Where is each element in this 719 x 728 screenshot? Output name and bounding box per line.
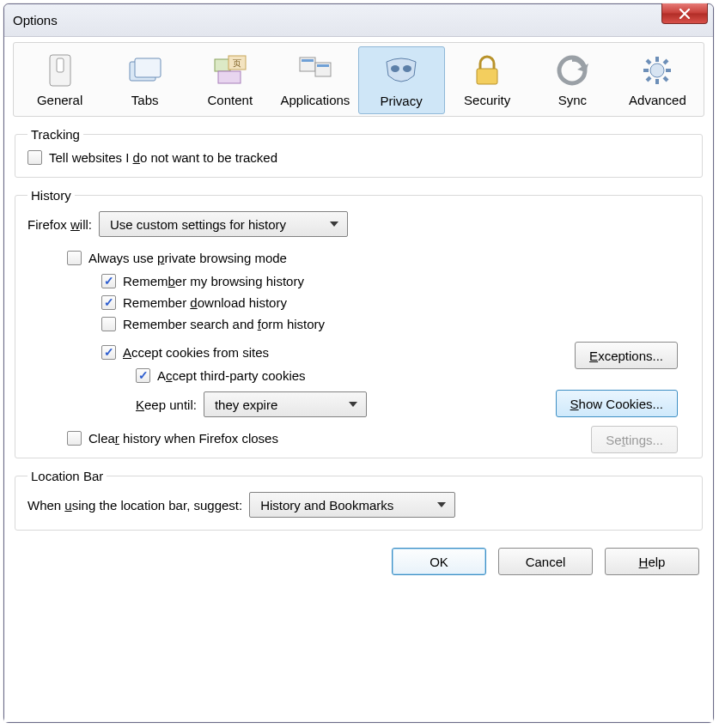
tab-content[interactable]: 页 Content <box>187 46 272 114</box>
folder-tabs-icon <box>126 52 164 89</box>
history-group: History Firefox will: Use custom setting… <box>15 188 703 458</box>
location-bar-group: Location Bar When using the location bar… <box>15 469 703 531</box>
tab-label: Security <box>464 93 510 107</box>
location-bar-value: History and Bookmarks <box>260 498 393 513</box>
show-cookies-button[interactable]: Show Cookies... <box>556 390 678 417</box>
history-mode-dropdown[interactable]: Use custom settings for history <box>99 211 348 237</box>
remember-browsing-checkbox[interactable] <box>101 274 116 288</box>
svg-rect-10 <box>302 59 314 62</box>
exceptions-button[interactable]: Exceptions... <box>575 342 678 369</box>
accept-third-party-label: Accept third-party cookies <box>157 368 306 383</box>
tell-sites-label: Tell websites I do not want to be tracke… <box>49 150 277 165</box>
svg-point-12 <box>391 65 399 72</box>
sync-icon <box>553 52 591 89</box>
options-dialog: Options General Tabs 页 Con <box>3 3 714 723</box>
tab-general[interactable]: General <box>17 46 102 114</box>
history-legend: History <box>27 188 75 203</box>
tab-label: Advanced <box>629 93 686 107</box>
help-button[interactable]: Help <box>605 548 699 575</box>
category-tabbar: General Tabs 页 Content Applications <box>13 42 704 117</box>
tab-security[interactable]: Security <box>445 46 530 114</box>
tab-label: General <box>37 93 82 107</box>
svg-point-16 <box>650 64 664 77</box>
tab-label: Privacy <box>380 94 422 108</box>
svg-line-21 <box>647 60 650 64</box>
lock-icon <box>468 52 506 89</box>
clear-on-close-checkbox[interactable] <box>67 431 82 446</box>
chevron-down-icon <box>349 402 357 407</box>
svg-text:页: 页 <box>233 58 241 68</box>
svg-rect-14 <box>477 69 497 84</box>
remember-download-label: Remember download history <box>123 295 287 310</box>
content-icon: 页 <box>211 52 249 89</box>
cancel-button[interactable]: Cancel <box>498 548 593 575</box>
keep-until-dropdown[interactable]: they expire <box>204 391 367 417</box>
tab-label: Content <box>208 93 253 107</box>
always-private-checkbox[interactable] <box>67 251 82 265</box>
close-icon <box>679 9 691 19</box>
chevron-down-icon <box>330 221 338 227</box>
tab-sync[interactable]: Sync <box>530 46 615 114</box>
tracking-legend: Tracking <box>27 127 83 142</box>
svg-line-23 <box>664 60 667 64</box>
clear-on-close-label: Clear history when Firefox closes <box>88 431 278 446</box>
svg-rect-3 <box>135 58 161 77</box>
window-title: Options <box>13 13 58 27</box>
svg-rect-1 <box>57 58 64 72</box>
tab-advanced[interactable]: Advanced <box>615 46 700 114</box>
tab-label: Applications <box>280 93 350 107</box>
close-button[interactable] <box>661 3 708 24</box>
always-private-label: Always use private browsing mode <box>88 251 287 265</box>
tracking-group: Tracking Tell websites I do not want to … <box>15 127 703 178</box>
tab-label: Sync <box>558 93 587 107</box>
titlebar: Options <box>4 4 713 37</box>
location-bar-legend: Location Bar <box>27 469 107 483</box>
ok-button[interactable]: OK <box>392 548 486 575</box>
keep-until-label: Keep until: <box>136 397 197 412</box>
tab-label: Tabs <box>131 93 159 107</box>
svg-rect-7 <box>218 71 241 83</box>
dialog-footer: OK Cancel Help <box>13 531 704 580</box>
keep-until-value: they expire <box>215 397 277 412</box>
svg-line-22 <box>664 77 667 81</box>
chevron-down-icon <box>437 502 446 507</box>
accept-cookies-checkbox[interactable] <box>101 345 116 360</box>
remember-browsing-label: Remember my browsing history <box>123 274 304 288</box>
location-bar-dropdown[interactable]: History and Bookmarks <box>249 492 455 518</box>
svg-point-13 <box>403 65 411 72</box>
mask-icon <box>382 52 420 90</box>
svg-rect-4 <box>215 59 230 71</box>
svg-line-24 <box>647 77 650 81</box>
switch-icon <box>41 52 79 89</box>
accept-third-party-checkbox[interactable] <box>136 368 150 383</box>
firefox-will-label: Firefox will: <box>27 217 92 232</box>
remember-download-checkbox[interactable] <box>101 295 116 310</box>
applications-icon <box>296 52 334 89</box>
accept-cookies-label: Accept cookies from sites <box>123 345 269 360</box>
tab-applications[interactable]: Applications <box>272 46 357 114</box>
svg-rect-11 <box>317 64 329 67</box>
remember-search-form-label: Remember search and form history <box>123 317 325 331</box>
tab-privacy[interactable]: Privacy <box>358 46 445 114</box>
tell-sites-checkbox[interactable] <box>27 150 42 165</box>
history-mode-value: Use custom settings for history <box>110 217 286 232</box>
location-bar-label: When using the location bar, suggest: <box>27 498 242 513</box>
gear-icon <box>638 52 676 89</box>
clear-settings-button: Settings... <box>591 426 678 453</box>
remember-search-form-checkbox[interactable] <box>101 317 116 331</box>
tab-tabs[interactable]: Tabs <box>102 46 187 114</box>
